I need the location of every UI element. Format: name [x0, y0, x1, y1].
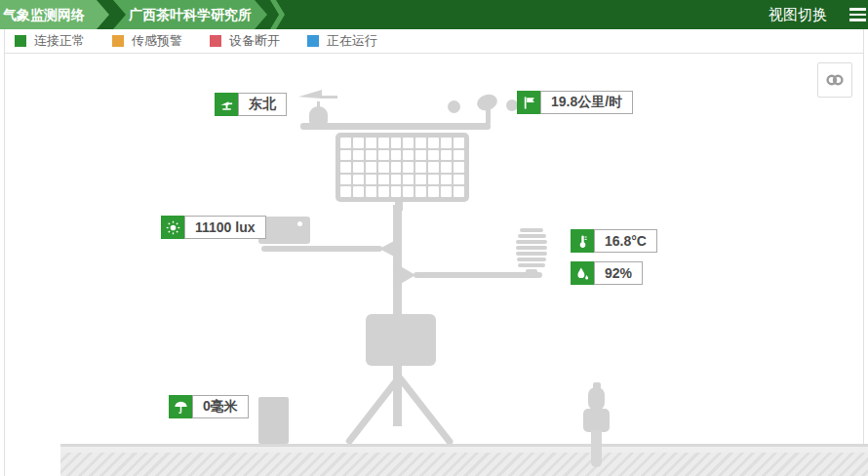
- hamburger-menu-icon[interactable]: [849, 8, 866, 24]
- light-sensor-led: [297, 221, 302, 226]
- sensor-humidity[interactable]: 92%: [571, 261, 643, 285]
- legend-item-warning: 传感预警: [112, 32, 182, 50]
- content-panel: [4, 54, 864, 476]
- legend-swatch-blue: [307, 35, 319, 47]
- rain-gauge: [258, 397, 289, 444]
- anemometer-flag-icon: [517, 91, 540, 114]
- wind-vane-tail: [320, 96, 337, 99]
- left-sensor-arm: [261, 246, 382, 252]
- legend-item-normal: 连接正常: [15, 32, 85, 50]
- sensor-rainfall[interactable]: 0毫米: [169, 395, 249, 418]
- sensor-wind-direction[interactable]: 东北: [215, 93, 287, 116]
- droplet-icon: [571, 261, 594, 285]
- soil-probe-head: [588, 387, 605, 411]
- solar-panel-grid: [335, 133, 469, 202]
- ground: [60, 444, 868, 476]
- humidity-value: 92%: [594, 261, 643, 285]
- wind-direction-value: 东北: [238, 93, 287, 116]
- sun-icon: [161, 216, 184, 239]
- legend-label: 正在运行: [327, 32, 377, 50]
- datalogger-box: [366, 314, 436, 366]
- wind-vane-icon: [215, 93, 238, 116]
- breadcrumb-station[interactable]: 广西茶叶科学研究所: [113, 0, 267, 29]
- view-switch-button[interactable]: 视图切换: [769, 0, 827, 29]
- link-icon: [824, 69, 846, 91]
- light-value: 11100 lux: [184, 216, 266, 239]
- legend-swatch-red: [210, 35, 221, 47]
- legend-swatch-orange: [112, 35, 124, 47]
- light-sensor-box: [258, 217, 310, 244]
- anemometer-stem: [486, 105, 491, 124]
- umbrella-icon: [169, 395, 192, 418]
- legend-label: 连接正常: [34, 32, 85, 50]
- temperature-value: 16.8°C: [594, 229, 657, 253]
- mast-upper: [393, 205, 402, 315]
- legend-item-offline: 设备断开: [210, 32, 280, 50]
- wind-vane-bell: [309, 106, 328, 124]
- thermometer-icon: [571, 229, 594, 253]
- app-header-bar: 气象监测网络 广西茶叶科学研究所 视图切换: [0, 0, 868, 29]
- link-button[interactable]: [817, 62, 852, 98]
- station-crossbar: [300, 123, 491, 130]
- radiation-shield: [516, 228, 547, 274]
- breadcrumb-network[interactable]: 气象监测网络: [0, 0, 109, 29]
- rainfall-value: 0毫米: [192, 395, 249, 418]
- status-legend: 连接正常 传感预警 设备断开 正在运行: [4, 29, 864, 54]
- sensor-light[interactable]: 11100 lux: [161, 216, 266, 239]
- legend-swatch-green: [15, 35, 26, 47]
- breadcrumb-arrow-icon: [270, 0, 285, 29]
- wind-speed-value: 19.8公里/时: [540, 91, 633, 114]
- ground-hatch: [60, 453, 868, 476]
- sensor-temperature[interactable]: 16.8°C: [571, 229, 657, 253]
- soil-probe-stem: [591, 430, 602, 467]
- legend-label: 设备断开: [229, 32, 280, 50]
- legend-item-running: 正在运行: [307, 32, 377, 50]
- soil-probe-body: [583, 409, 610, 432]
- legend-label: 传感预警: [132, 32, 182, 50]
- anemometer-cup-left: [448, 100, 460, 113]
- sensor-wind-speed[interactable]: 19.8公里/时: [517, 91, 633, 114]
